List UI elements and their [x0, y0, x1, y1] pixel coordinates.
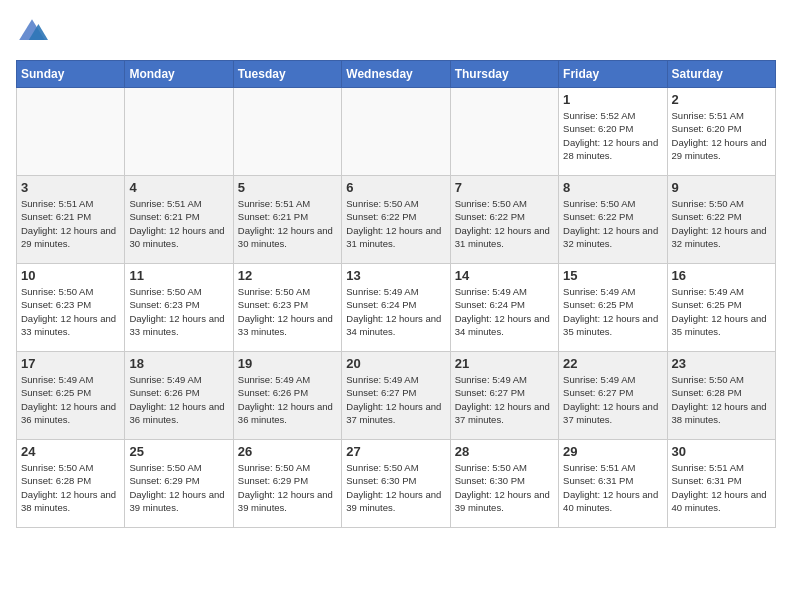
day-number: 14: [455, 268, 554, 283]
day-info: Sunrise: 5:51 AMSunset: 6:21 PMDaylight:…: [21, 197, 120, 250]
day-number: 8: [563, 180, 662, 195]
day-info: Sunrise: 5:51 AMSunset: 6:21 PMDaylight:…: [238, 197, 337, 250]
day-number: 3: [21, 180, 120, 195]
day-number: 23: [672, 356, 771, 371]
logo: [16, 16, 52, 48]
day-number: 19: [238, 356, 337, 371]
calendar-cell: 12Sunrise: 5:50 AMSunset: 6:23 PMDayligh…: [233, 264, 341, 352]
logo-icon: [16, 16, 48, 48]
day-info: Sunrise: 5:51 AMSunset: 6:31 PMDaylight:…: [672, 461, 771, 514]
day-info: Sunrise: 5:49 AMSunset: 6:26 PMDaylight:…: [238, 373, 337, 426]
day-number: 6: [346, 180, 445, 195]
weekday-header-cell: Monday: [125, 61, 233, 88]
day-info: Sunrise: 5:52 AMSunset: 6:20 PMDaylight:…: [563, 109, 662, 162]
day-info: Sunrise: 5:50 AMSunset: 6:30 PMDaylight:…: [346, 461, 445, 514]
calendar-cell: 21Sunrise: 5:49 AMSunset: 6:27 PMDayligh…: [450, 352, 558, 440]
day-number: 2: [672, 92, 771, 107]
day-number: 15: [563, 268, 662, 283]
day-info: Sunrise: 5:50 AMSunset: 6:28 PMDaylight:…: [672, 373, 771, 426]
day-number: 20: [346, 356, 445, 371]
day-number: 24: [21, 444, 120, 459]
day-info: Sunrise: 5:50 AMSunset: 6:29 PMDaylight:…: [238, 461, 337, 514]
calendar-cell: 1Sunrise: 5:52 AMSunset: 6:20 PMDaylight…: [559, 88, 667, 176]
day-info: Sunrise: 5:50 AMSunset: 6:23 PMDaylight:…: [129, 285, 228, 338]
day-info: Sunrise: 5:49 AMSunset: 6:27 PMDaylight:…: [346, 373, 445, 426]
calendar-cell: [450, 88, 558, 176]
day-info: Sunrise: 5:49 AMSunset: 6:25 PMDaylight:…: [672, 285, 771, 338]
weekday-header-cell: Sunday: [17, 61, 125, 88]
calendar-cell: 28Sunrise: 5:50 AMSunset: 6:30 PMDayligh…: [450, 440, 558, 528]
day-number: 22: [563, 356, 662, 371]
calendar-cell: 17Sunrise: 5:49 AMSunset: 6:25 PMDayligh…: [17, 352, 125, 440]
calendar-week-row: 10Sunrise: 5:50 AMSunset: 6:23 PMDayligh…: [17, 264, 776, 352]
weekday-header-cell: Wednesday: [342, 61, 450, 88]
calendar-cell: 8Sunrise: 5:50 AMSunset: 6:22 PMDaylight…: [559, 176, 667, 264]
day-info: Sunrise: 5:50 AMSunset: 6:23 PMDaylight:…: [238, 285, 337, 338]
day-info: Sunrise: 5:51 AMSunset: 6:20 PMDaylight:…: [672, 109, 771, 162]
calendar-cell: 6Sunrise: 5:50 AMSunset: 6:22 PMDaylight…: [342, 176, 450, 264]
day-info: Sunrise: 5:50 AMSunset: 6:29 PMDaylight:…: [129, 461, 228, 514]
day-number: 7: [455, 180, 554, 195]
calendar-cell: 13Sunrise: 5:49 AMSunset: 6:24 PMDayligh…: [342, 264, 450, 352]
day-number: 27: [346, 444, 445, 459]
day-number: 30: [672, 444, 771, 459]
day-number: 28: [455, 444, 554, 459]
day-number: 21: [455, 356, 554, 371]
calendar-table: SundayMondayTuesdayWednesdayThursdayFrid…: [16, 60, 776, 528]
day-number: 11: [129, 268, 228, 283]
day-info: Sunrise: 5:50 AMSunset: 6:22 PMDaylight:…: [346, 197, 445, 250]
day-info: Sunrise: 5:50 AMSunset: 6:22 PMDaylight:…: [563, 197, 662, 250]
calendar-cell: 23Sunrise: 5:50 AMSunset: 6:28 PMDayligh…: [667, 352, 775, 440]
calendar-cell: 22Sunrise: 5:49 AMSunset: 6:27 PMDayligh…: [559, 352, 667, 440]
day-info: Sunrise: 5:49 AMSunset: 6:27 PMDaylight:…: [455, 373, 554, 426]
day-number: 4: [129, 180, 228, 195]
calendar-cell: [233, 88, 341, 176]
calendar-cell: 29Sunrise: 5:51 AMSunset: 6:31 PMDayligh…: [559, 440, 667, 528]
calendar-cell: 25Sunrise: 5:50 AMSunset: 6:29 PMDayligh…: [125, 440, 233, 528]
day-info: Sunrise: 5:49 AMSunset: 6:24 PMDaylight:…: [346, 285, 445, 338]
calendar-cell: 27Sunrise: 5:50 AMSunset: 6:30 PMDayligh…: [342, 440, 450, 528]
day-info: Sunrise: 5:49 AMSunset: 6:25 PMDaylight:…: [563, 285, 662, 338]
day-info: Sunrise: 5:49 AMSunset: 6:26 PMDaylight:…: [129, 373, 228, 426]
day-info: Sunrise: 5:50 AMSunset: 6:28 PMDaylight:…: [21, 461, 120, 514]
day-number: 18: [129, 356, 228, 371]
calendar-cell: [125, 88, 233, 176]
day-info: Sunrise: 5:49 AMSunset: 6:24 PMDaylight:…: [455, 285, 554, 338]
calendar-cell: 4Sunrise: 5:51 AMSunset: 6:21 PMDaylight…: [125, 176, 233, 264]
day-number: 26: [238, 444, 337, 459]
day-number: 12: [238, 268, 337, 283]
weekday-header-cell: Saturday: [667, 61, 775, 88]
calendar-cell: 3Sunrise: 5:51 AMSunset: 6:21 PMDaylight…: [17, 176, 125, 264]
day-number: 25: [129, 444, 228, 459]
weekday-header-cell: Tuesday: [233, 61, 341, 88]
calendar-cell: 5Sunrise: 5:51 AMSunset: 6:21 PMDaylight…: [233, 176, 341, 264]
day-number: 5: [238, 180, 337, 195]
day-number: 17: [21, 356, 120, 371]
day-info: Sunrise: 5:49 AMSunset: 6:27 PMDaylight:…: [563, 373, 662, 426]
calendar-week-row: 24Sunrise: 5:50 AMSunset: 6:28 PMDayligh…: [17, 440, 776, 528]
calendar-cell: [17, 88, 125, 176]
calendar-cell: 20Sunrise: 5:49 AMSunset: 6:27 PMDayligh…: [342, 352, 450, 440]
calendar-cell: 15Sunrise: 5:49 AMSunset: 6:25 PMDayligh…: [559, 264, 667, 352]
calendar-cell: 14Sunrise: 5:49 AMSunset: 6:24 PMDayligh…: [450, 264, 558, 352]
day-number: 29: [563, 444, 662, 459]
calendar-cell: 30Sunrise: 5:51 AMSunset: 6:31 PMDayligh…: [667, 440, 775, 528]
calendar-cell: 2Sunrise: 5:51 AMSunset: 6:20 PMDaylight…: [667, 88, 775, 176]
day-info: Sunrise: 5:49 AMSunset: 6:25 PMDaylight:…: [21, 373, 120, 426]
day-info: Sunrise: 5:50 AMSunset: 6:23 PMDaylight:…: [21, 285, 120, 338]
day-number: 13: [346, 268, 445, 283]
calendar-cell: 24Sunrise: 5:50 AMSunset: 6:28 PMDayligh…: [17, 440, 125, 528]
day-info: Sunrise: 5:51 AMSunset: 6:21 PMDaylight:…: [129, 197, 228, 250]
calendar-week-row: 17Sunrise: 5:49 AMSunset: 6:25 PMDayligh…: [17, 352, 776, 440]
calendar-cell: 16Sunrise: 5:49 AMSunset: 6:25 PMDayligh…: [667, 264, 775, 352]
weekday-header-cell: Friday: [559, 61, 667, 88]
day-number: 1: [563, 92, 662, 107]
calendar-week-row: 3Sunrise: 5:51 AMSunset: 6:21 PMDaylight…: [17, 176, 776, 264]
weekday-header: SundayMondayTuesdayWednesdayThursdayFrid…: [17, 61, 776, 88]
day-number: 16: [672, 268, 771, 283]
day-info: Sunrise: 5:50 AMSunset: 6:22 PMDaylight:…: [672, 197, 771, 250]
day-info: Sunrise: 5:51 AMSunset: 6:31 PMDaylight:…: [563, 461, 662, 514]
calendar-cell: 9Sunrise: 5:50 AMSunset: 6:22 PMDaylight…: [667, 176, 775, 264]
calendar-cell: 26Sunrise: 5:50 AMSunset: 6:29 PMDayligh…: [233, 440, 341, 528]
day-number: 10: [21, 268, 120, 283]
